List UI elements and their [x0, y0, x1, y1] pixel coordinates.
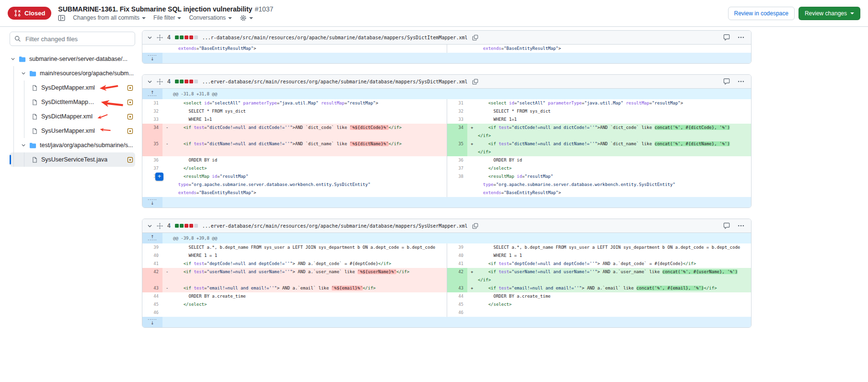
line-number[interactable]: 45	[447, 301, 467, 309]
changes-from-dropdown[interactable]: Changes from all commits	[73, 14, 146, 21]
tree-indent-guide	[24, 152, 24, 167]
diff-half-new: 36 ORDER BY id	[447, 156, 751, 164]
file-collapse-chevron[interactable]	[147, 79, 152, 84]
file-drag-handle[interactable]	[157, 223, 163, 229]
file-options-kebab[interactable]	[738, 78, 744, 85]
line-number[interactable]: 43	[447, 284, 467, 292]
add-comment-button[interactable]: +	[155, 173, 163, 181]
diff-row: 37 </select>37 </select>	[142, 164, 751, 173]
line-number[interactable]: 36	[142, 156, 162, 164]
tree-file-sysdeptmapper-xml[interactable]: SysDeptMapper.xml	[10, 81, 135, 95]
file-header: 4...r-database/src/main/resources/org/ap…	[142, 31, 751, 45]
file-comment-button[interactable]	[723, 222, 730, 229]
file-options-kebab[interactable]	[738, 34, 744, 41]
copy-path-button[interactable]	[472, 79, 478, 85]
code-line: </select>	[467, 301, 751, 309]
tree-folder-main-resources-org-apache-subm-[interactable]: main/resources/org/apache/subm...	[10, 66, 135, 81]
review-changes-button[interactable]: Review changes	[799, 7, 860, 20]
line-number[interactable]	[447, 45, 467, 53]
hunk-header-row: ↑·····@@ -39,8 +39,8 @@	[142, 233, 751, 243]
line-number[interactable]: 42	[142, 268, 162, 284]
line-number[interactable]: 44	[142, 292, 162, 301]
code-line	[162, 309, 447, 317]
tree-file-sysusermapper-xml[interactable]: SysUserMapper.xml	[10, 124, 135, 138]
line-number[interactable]: 44	[447, 292, 467, 301]
file-drag-handle[interactable]	[157, 35, 163, 41]
line-number[interactable]: 39	[447, 243, 467, 252]
conversations-dropdown[interactable]: Conversations	[189, 14, 232, 21]
file-drag-handle[interactable]	[157, 79, 163, 85]
line-number[interactable]	[447, 189, 467, 197]
line-number[interactable]: 41	[142, 260, 162, 268]
review-in-codespace-button[interactable]: Review in codespace	[728, 7, 795, 20]
diff-half-new: 33 WHERE 1=1	[447, 116, 751, 124]
file-header-actions	[723, 78, 746, 85]
copy-path-button[interactable]	[472, 35, 478, 41]
expand-down-button[interactable]: ·····↓	[142, 53, 162, 63]
diff-half-new: 44 ORDER BY a.create_time	[447, 292, 751, 301]
line-number[interactable]: 46	[447, 309, 467, 317]
diff-half-new: 35+ <if test="dictName!=null and dictNam…	[447, 140, 751, 156]
expand-down-button[interactable]: ·····↓	[142, 317, 162, 327]
expand-up-button[interactable]: ↑·····	[142, 233, 162, 243]
diffstat-square	[175, 35, 179, 39]
diff-half-old: 40 WHERE 1 = 1	[142, 252, 447, 260]
line-number[interactable]: 38	[447, 173, 467, 181]
line-number[interactable]: 33	[447, 116, 467, 124]
diff-settings-gear-button[interactable]	[240, 14, 253, 22]
chevron-down-icon	[142, 17, 146, 19]
file-path-link[interactable]: ...erver-database/src/main/resources/org…	[202, 223, 468, 229]
file-collapse-chevron[interactable]	[147, 35, 152, 40]
line-number[interactable]: 45	[142, 301, 162, 309]
line-number[interactable]	[142, 181, 162, 189]
line-number[interactable]: 35	[142, 140, 162, 156]
tree-file-sysdictmapper-xml[interactable]: SysDictMapper.xml	[10, 109, 135, 124]
line-number[interactable]: 40	[447, 252, 467, 260]
line-number[interactable]	[142, 45, 162, 53]
line-number[interactable]: 46	[142, 309, 162, 317]
line-number[interactable]: 34	[142, 124, 162, 140]
line-number[interactable]: 39	[142, 243, 162, 252]
tree-file-sysdictitemmapper-xml[interactable]: SysDictItemMapper.xml	[10, 95, 135, 109]
tree-file-sysuserservicetest-java[interactable]: SysUserServiceTest.java	[10, 152, 135, 167]
code-line: - <if test="userName!=null and userName!…	[162, 268, 447, 284]
line-number[interactable]: 36	[447, 156, 467, 164]
tree-folder-test-java-org-apache-submarine-s-[interactable]: test/java/org/apache/submarine/s...	[10, 138, 135, 152]
line-number[interactable]: 31	[447, 99, 467, 107]
copy-path-button[interactable]	[472, 223, 478, 229]
line-number[interactable]: 35	[447, 140, 467, 156]
side-panel-icon	[58, 14, 65, 22]
code-line: <if test="deptCode!=null and deptCode!='…	[162, 260, 447, 268]
file-path-link[interactable]: ...r-database/src/main/resources/org/apa…	[202, 35, 468, 40]
file-comment-button[interactable]	[723, 78, 730, 85]
line-number[interactable]: 31	[142, 99, 162, 107]
annotation-arrow	[99, 127, 111, 133]
diff-row: 44 ORDER BY a.create_time44 ORDER BY a.c…	[142, 292, 751, 301]
line-number[interactable]: 37	[142, 164, 162, 173]
line-number[interactable]: 34	[447, 124, 467, 140]
line-number[interactable]: 40	[142, 252, 162, 260]
diff-half-new: 34+ <if test="dictCode!=null and dictCod…	[447, 124, 751, 140]
tree-folder-submarine-server-server-database-[interactable]: submarine-server/server-database/...	[10, 52, 135, 66]
expand-down-button[interactable]: ·····↓	[142, 197, 162, 208]
chevron-down-icon	[21, 71, 26, 76]
diff-area: 4...r-database/src/main/resources/org/ap…	[142, 27, 868, 382]
line-number[interactable]: 37	[447, 164, 467, 173]
line-number[interactable]: 41	[447, 260, 467, 268]
line-number[interactable]	[142, 189, 162, 197]
line-number[interactable]: 33	[142, 116, 162, 124]
file-filter-dropdown[interactable]: File filter	[153, 14, 181, 21]
diff-row: 36 ORDER BY id36 ORDER BY id	[142, 156, 751, 164]
file-path-link[interactable]: ...erver-database/src/main/resources/org…	[202, 79, 468, 84]
line-number[interactable]	[447, 181, 467, 189]
file-options-kebab[interactable]	[738, 222, 744, 229]
collapse-sidebar-button[interactable]	[58, 14, 65, 22]
expand-up-button[interactable]: ↑·····	[142, 89, 162, 99]
filter-changed-files-input[interactable]	[24, 35, 130, 43]
line-number[interactable]: 42	[447, 268, 467, 284]
file-comment-button[interactable]	[723, 34, 730, 41]
file-collapse-chevron[interactable]	[147, 223, 152, 229]
line-number[interactable]: 43	[142, 284, 162, 292]
line-number[interactable]: 32	[447, 107, 467, 116]
line-number[interactable]: 32	[142, 107, 162, 116]
